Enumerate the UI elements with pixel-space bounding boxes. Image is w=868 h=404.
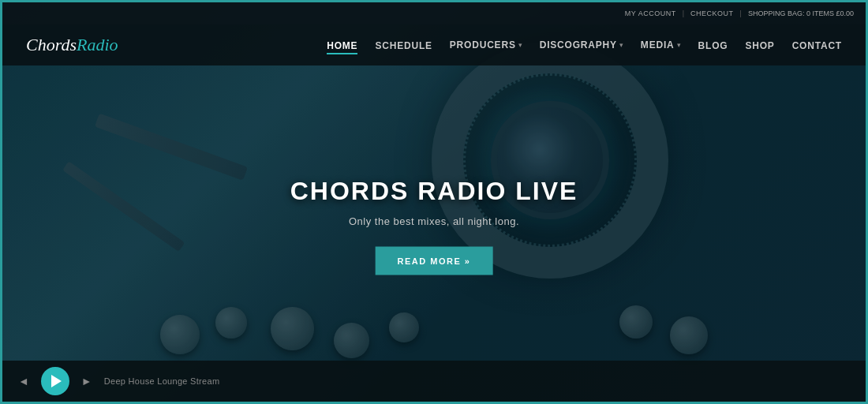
nav-dropdown-producers[interactable]: PRODUCERS ▾ (450, 39, 522, 50)
hero-title: CHORDS RADIO LIVE (290, 177, 578, 206)
nav-menu: HOME SCHEDULE PRODUCERS ▾ DISCOGRAPHY ▾ … (327, 38, 842, 52)
dj-knob-3 (271, 307, 314, 350)
hero-subtitle: Only the best mixes, all night long. (290, 215, 578, 227)
nav-item-discography[interactable]: DISCOGRAPHY ▾ (540, 39, 623, 50)
player-play-button[interactable] (41, 367, 69, 395)
media-dropdown-arrow: ▾ (677, 41, 681, 49)
producers-dropdown-arrow: ▾ (518, 41, 522, 49)
nav-link-shop[interactable]: SHOP (745, 40, 774, 51)
dj-knob-1 (160, 315, 200, 354)
page-wrapper: MY ACCOUNT | CHECKOUT | SHOPPING BAG: 0 … (0, 0, 868, 404)
dj-knob-7 (619, 305, 653, 339)
logo-chords-text: Chords (26, 35, 77, 55)
nav-item-producers[interactable]: PRODUCERS ▾ (450, 39, 522, 50)
dj-knob-4 (334, 323, 369, 358)
nav-link-home[interactable]: HOME (327, 40, 357, 54)
nav-item-schedule[interactable]: SCHEDULE (375, 38, 432, 52)
site-logo[interactable]: Chords Radio (26, 35, 118, 55)
nav-link-contact[interactable]: CONTACT (792, 40, 842, 51)
player-prev-button[interactable]: ◄ (18, 375, 29, 387)
nav-link-schedule[interactable]: SCHEDULE (375, 40, 432, 51)
nav-item-shop[interactable]: SHOP (745, 38, 774, 52)
utility-bar: MY ACCOUNT | CHECKOUT | SHOPPING BAG: 0 … (2, 2, 866, 24)
player-next-button[interactable]: ► (81, 375, 92, 387)
dj-knob-6 (670, 316, 708, 354)
dj-knob-2 (215, 307, 247, 339)
nav-dropdown-discography[interactable]: DISCOGRAPHY ▾ (540, 39, 623, 50)
sep-2: | (740, 9, 742, 17)
sep-1: | (683, 9, 684, 17)
nav-item-home[interactable]: HOME (327, 38, 357, 52)
discography-dropdown-arrow: ▾ (619, 41, 623, 49)
nav-link-producers[interactable]: PRODUCERS (450, 39, 516, 50)
mixer-arm-2 (62, 161, 185, 252)
player-track-name: Deep House Lounge Stream (104, 376, 220, 386)
dj-knob-5 (389, 312, 419, 342)
logo-radio-text: Radio (77, 35, 118, 55)
main-navbar: Chords Radio HOME SCHEDULE PRODUCERS ▾ D… (2, 24, 866, 65)
my-account-link[interactable]: MY ACCOUNT (625, 9, 676, 17)
play-icon (51, 375, 62, 387)
audio-player: ◄ ► Deep House Lounge Stream (2, 361, 866, 402)
nav-item-contact[interactable]: CONTACT (792, 38, 842, 52)
nav-link-blog[interactable]: BLOG (698, 40, 728, 51)
shopping-bag-label: SHOPPING BAG: 0 ITEMS £0.00 (748, 9, 854, 17)
read-more-button[interactable]: READ MORE » (376, 247, 493, 275)
nav-dropdown-media[interactable]: MEDIA ▾ (641, 39, 681, 50)
nav-link-discography[interactable]: DISCOGRAPHY (540, 39, 617, 50)
nav-item-blog[interactable]: BLOG (698, 38, 728, 52)
mixer-arm-1 (95, 114, 248, 181)
nav-link-media[interactable]: MEDIA (641, 39, 675, 50)
hero-content: CHORDS RADIO LIVE Only the best mixes, a… (290, 177, 578, 275)
checkout-link[interactable]: CHECKOUT (690, 9, 734, 17)
nav-item-media[interactable]: MEDIA ▾ (641, 39, 681, 50)
